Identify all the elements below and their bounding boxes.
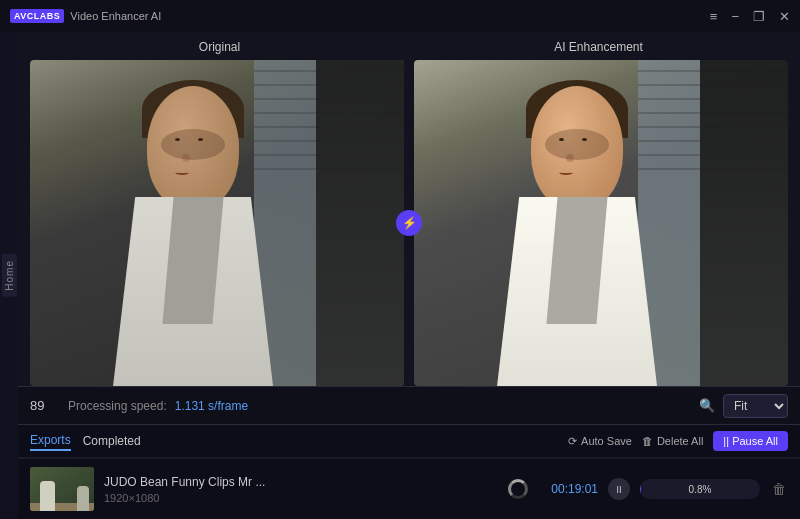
export-time: 00:19:01 — [538, 482, 598, 496]
app-logo: AVCLABS Video Enhancer AI — [10, 9, 161, 23]
exports-header: Exports Completed ⟳ Auto Save 🗑 Delete A… — [18, 425, 800, 458]
compare-button[interactable]: ⚡ — [396, 210, 422, 236]
search-icon[interactable]: 🔍 — [699, 398, 715, 413]
exports-section: Exports Completed ⟳ Auto Save 🗑 Delete A… — [18, 424, 800, 519]
pause-all-button[interactable]: || Pause All — [713, 431, 788, 451]
fit-select[interactable]: Fit 100% 50% — [723, 394, 788, 418]
export-thumbnail — [30, 467, 94, 511]
head — [147, 86, 239, 210]
eye-left — [559, 138, 564, 141]
original-video-panel — [30, 60, 404, 386]
completed-tab[interactable]: Completed — [83, 432, 141, 450]
export-resolution: 1920×1080 — [104, 492, 498, 504]
eye-right — [582, 138, 587, 141]
export-info: JUDO Bean Funny Clips Mr ... 1920×1080 — [104, 475, 498, 504]
maximize-button[interactable]: ❐ — [753, 10, 765, 23]
app-name: Video Enhancer AI — [70, 10, 161, 22]
exports-actions: ⟳ Auto Save 🗑 Delete All || Pause All — [568, 431, 788, 451]
person-main — [470, 60, 713, 386]
side-panel: Home — [0, 32, 18, 519]
head — [531, 86, 623, 210]
eye-left — [175, 138, 180, 141]
close-button[interactable]: ✕ — [779, 10, 790, 23]
home-tab[interactable]: Home — [2, 254, 17, 297]
content-area: Original AI Enhancement — [18, 32, 800, 519]
body — [110, 197, 275, 386]
video-labels: Original AI Enhancement — [30, 40, 788, 54]
frame-count: 89 — [30, 398, 60, 413]
export-item: JUDO Bean Funny Clips Mr ... 1920×1080 0… — [18, 458, 800, 519]
processing-label: Processing speed: — [68, 399, 167, 413]
progress-bar-text: 0.8% — [689, 484, 712, 495]
delete-all-label: Delete All — [657, 435, 703, 447]
thumb-person1 — [40, 481, 55, 511]
export-thumb-image — [30, 467, 94, 511]
processing-speed: 1.131 s/frame — [175, 399, 248, 413]
enhanced-video-content — [414, 60, 788, 386]
progress-bar: 0.8% — [640, 479, 760, 499]
export-name: JUDO Bean Funny Clips Mr ... — [104, 475, 498, 489]
export-delete-button[interactable]: 🗑 — [770, 479, 788, 499]
delete-all-icon: 🗑 — [642, 435, 653, 447]
body — [494, 197, 659, 386]
nose — [182, 154, 190, 162]
eye-right — [198, 138, 203, 141]
auto-save-label: Auto Save — [581, 435, 632, 447]
auto-save-icon: ⟳ — [568, 435, 577, 448]
mouth — [559, 170, 573, 175]
video-panels: ⚡ — [30, 60, 788, 386]
auto-save-button[interactable]: ⟳ Auto Save — [568, 435, 632, 448]
enhanced-label: AI Enhancement — [409, 40, 788, 54]
thumb-person2 — [77, 486, 89, 511]
original-video-content — [30, 60, 404, 386]
window-controls: ≡ − ❐ ✕ — [710, 10, 790, 23]
export-spinner — [508, 479, 528, 499]
original-label: Original — [30, 40, 409, 54]
main-layout: Home Original AI Enhancement — [0, 32, 800, 519]
exports-tab[interactable]: Exports — [30, 431, 71, 451]
logo-text: AVCLABS — [10, 9, 64, 23]
minimize-button[interactable]: − — [731, 10, 739, 23]
mouth — [175, 170, 189, 175]
menu-icon[interactable]: ≡ — [710, 10, 718, 23]
title-bar: AVCLABS Video Enhancer AI ≡ − ❐ ✕ — [0, 0, 800, 32]
status-bar: 89 Processing speed: 1.131 s/frame 🔍 Fit… — [18, 386, 800, 424]
person-main — [86, 60, 329, 386]
nose — [566, 154, 574, 162]
enhanced-video-panel — [414, 60, 788, 386]
video-area: Original AI Enhancement — [18, 32, 800, 386]
delete-all-button[interactable]: 🗑 Delete All — [642, 435, 703, 447]
export-pause-button[interactable]: ⏸ — [608, 478, 630, 500]
status-bar-right: 🔍 Fit 100% 50% — [699, 394, 788, 418]
progress-bar-fill — [640, 479, 641, 499]
